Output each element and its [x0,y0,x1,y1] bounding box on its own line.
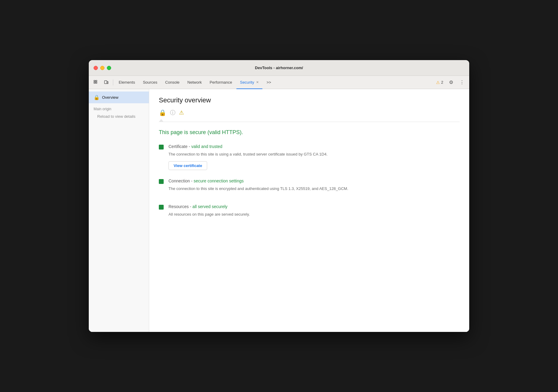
view-certificate-button[interactable]: View certificate [168,161,207,170]
sidebar-main-origin-label: Main origin [89,103,149,112]
resources-title: Resources - all served securely [168,204,460,209]
sidebar-reload-label[interactable]: Reload to view details [89,112,149,120]
maximize-button[interactable] [107,66,111,70]
resources-indicator [159,205,164,210]
connection-title: Connection - secure connection settings [168,178,460,183]
sidebar-overview-label: Overview [102,95,118,100]
svg-rect-0 [94,80,95,82]
settings-icon: ⚙ [449,79,453,85]
status-info-icon: ⓘ [170,109,175,116]
connection-description: The connection to this site is encrypted… [168,186,460,192]
more-tabs-button[interactable]: >> [263,78,275,87]
close-button[interactable] [94,66,98,70]
certificate-status: valid and trusted [191,144,222,149]
warning-count: 2 [441,80,443,85]
certificate-prefix: Certificate - [168,144,191,149]
svg-rect-1 [96,80,97,82]
svg-rect-3 [96,82,97,83]
devtools-panel: Elements Sources Console Network Perform… [89,76,469,332]
warning-badge[interactable]: ⚠ 2 [434,79,445,86]
status-warning-icon: ⚠ [179,109,184,116]
main-content: Security overview 🔒 ⓘ ⚠ This page is sec… [149,89,469,332]
more-options-button[interactable]: ⋮ [457,78,467,87]
resources-prefix: Resources - [168,204,192,209]
minimize-button[interactable] [100,66,104,70]
settings-button[interactable]: ⚙ [446,78,456,87]
secure-message: This page is secure (valid HTTPS). [159,129,460,136]
chevron-indicator [159,119,164,122]
resources-body: Resources - all served securely All reso… [168,204,460,221]
select-element-icon[interactable] [91,78,101,87]
window-title: DevTools - airhorner.com/ [255,66,303,70]
toolbar: Elements Sources Console Network Perform… [89,76,469,89]
certificate-title: Certificate - valid and trusted [168,144,460,149]
certificate-section: Certificate - valid and trusted The conn… [159,144,460,170]
traffic-lights [94,66,111,70]
page-title: Security overview [159,96,460,104]
warning-icon: ⚠ [436,80,440,85]
tab-sources[interactable]: Sources [139,78,161,87]
connection-body: Connection - secure connection settings … [168,178,460,196]
toolbar-right: ⚠ 2 ⚙ ⋮ [434,78,467,87]
status-icons-row: 🔒 ⓘ ⚠ [159,109,460,116]
tab-elements[interactable]: Elements [115,78,139,87]
devtools-window: DevTools - airhorner.com/ [89,60,469,332]
connection-prefix: Connection - [168,178,194,183]
divider-line [159,122,460,122]
titlebar: DevTools - airhorner.com/ [89,60,469,76]
device-toolbar-icon[interactable] [101,78,111,87]
sidebar: 🔒 Overview Main origin Reload to view de… [89,89,149,332]
connection-section: Connection - secure connection settings … [159,178,460,196]
lock-icon: 🔒 [94,95,100,100]
connection-status: secure connection settings [194,178,244,183]
certificate-indicator [159,145,164,149]
resources-description: All resources on this page are served se… [168,211,460,218]
toolbar-divider [113,79,113,85]
content-area: 🔒 Overview Main origin Reload to view de… [89,89,469,332]
tab-network[interactable]: Network [184,78,206,87]
tab-close-icon[interactable]: ✕ [256,80,259,84]
certificate-description: The connection to this site is using a v… [168,151,460,158]
status-lock-icon: 🔒 [159,109,166,116]
connection-indicator [159,179,164,184]
certificate-body: Certificate - valid and trusted The conn… [168,144,460,170]
svg-rect-4 [104,81,107,84]
resources-status: all served securely [192,204,227,209]
sidebar-item-overview[interactable]: 🔒 Overview [89,92,149,103]
more-icon: ⋮ [460,79,464,85]
tab-performance[interactable]: Performance [206,78,236,87]
tab-security[interactable]: Security ✕ [236,78,262,87]
svg-rect-5 [107,82,108,84]
resources-section: Resources - all served securely All reso… [159,204,460,221]
tab-console[interactable]: Console [162,78,183,87]
svg-rect-2 [94,82,95,83]
